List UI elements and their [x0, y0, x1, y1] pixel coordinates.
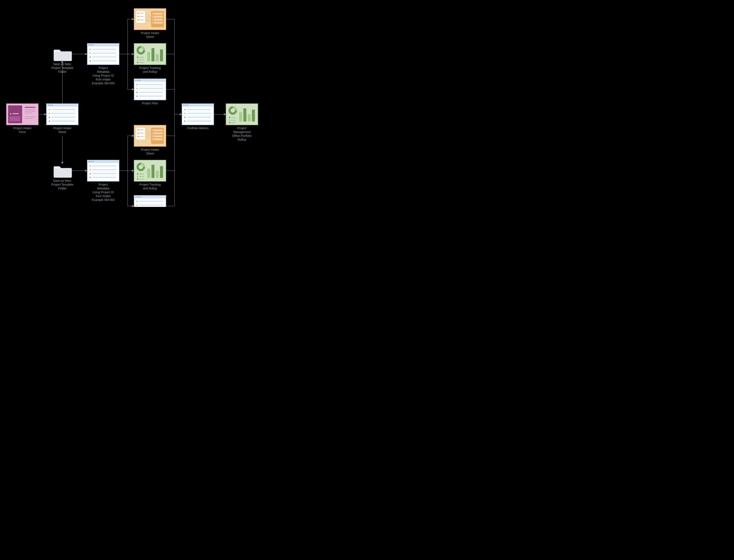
project-intake-sheet-top-label: Project Intake: [141, 31, 159, 35]
template-folder-top-label: Folder: [58, 70, 67, 73]
project-plan-bottom: Project Plan: [134, 195, 166, 207]
project-plan-top-label: Project Plan: [142, 102, 158, 105]
project-metadata-top-label: from Intake: [96, 78, 111, 81]
project-metadata-bottom: ProjectMetadataUsing Project IDfrom Inta…: [87, 160, 119, 202]
pmo-portfolio-rollup-label: Project: [237, 126, 247, 130]
project-intake-sheet-top: Project IntakeSheet: [134, 9, 166, 39]
project-intake-sheet-bottom: Project IntakeSheet: [134, 125, 166, 155]
pmo-portfolio-rollup: ProjectManagementOffice PortfolioRollup: [226, 104, 258, 141]
project-intake-form: Project IntakeForm: [6, 104, 38, 134]
pmo-portfolio-rollup-label: Office Portfolio: [232, 134, 252, 137]
pmo-portfolio-rollup-label: Rollup: [238, 138, 246, 141]
project-tracking-top-label: and Rollup: [143, 70, 157, 73]
template-folder-bottom: Save as New:Project TemplateFolder: [51, 166, 73, 190]
portfolio-metrics: Portfolio Metrics: [182, 104, 214, 130]
project-metadata-bottom-label: Project: [99, 183, 108, 186]
project-intake-sheet-top-label: Sheet: [146, 35, 154, 39]
project-intake-sheet-main-label: Project Intake: [53, 126, 72, 130]
project-tracking-top-label: Project Tracking: [139, 66, 161, 70]
template-folder-bottom-label: Save as New:: [53, 179, 72, 182]
template-folder-top-label: Project Template: [51, 66, 73, 70]
project-metadata-bottom-label: Example SM-004: [92, 198, 115, 202]
project-metadata-top-label: Project: [99, 66, 108, 70]
template-folder-bottom-label: Folder: [58, 187, 67, 190]
project-plan-top: Project Plan: [134, 79, 166, 105]
project-intake-sheet-main-label: Sheet: [59, 130, 66, 134]
project-intake-form-label: Project Intake: [13, 126, 32, 130]
project-intake-sheet-bottom-label: Project Intake: [141, 148, 159, 151]
project-metadata-top-label: Metadata: [97, 70, 110, 73]
project-tracking-bottom-label: and Rollup: [143, 187, 157, 190]
project-intake-sheet-main: Project IntakeSheet: [46, 104, 78, 134]
project-intake-sheet-bottom-label: Sheet: [146, 152, 154, 155]
project-tracking-bottom: Project Trackingand Rollup: [134, 160, 166, 190]
project-metadata-top-label: Example SM-005: [92, 82, 115, 85]
pmo-portfolio-rollup-label: Management: [233, 130, 251, 134]
project-tracking-top: Project Trackingand Rollup: [134, 43, 166, 73]
project-tracking-bottom-label: Project Tracking: [139, 183, 161, 186]
project-metadata-bottom-label: Using Project ID: [92, 190, 114, 194]
project-metadata-bottom-label: Metadata: [97, 187, 110, 190]
project-metadata-bottom-label: from Intake: [96, 194, 111, 198]
project-metadata-top: ProjectMetadataUsing Project IDfrom Inta…: [87, 43, 119, 85]
portfolio-metrics-label: Portfolio Metrics: [187, 126, 209, 130]
template-folder-top-label: Save as New:: [53, 62, 72, 66]
template-folder-bottom-label: Project Template: [51, 183, 73, 186]
project-intake-form-label: Form: [19, 130, 26, 134]
project-metadata-top-label: Using Project ID: [92, 74, 114, 77]
